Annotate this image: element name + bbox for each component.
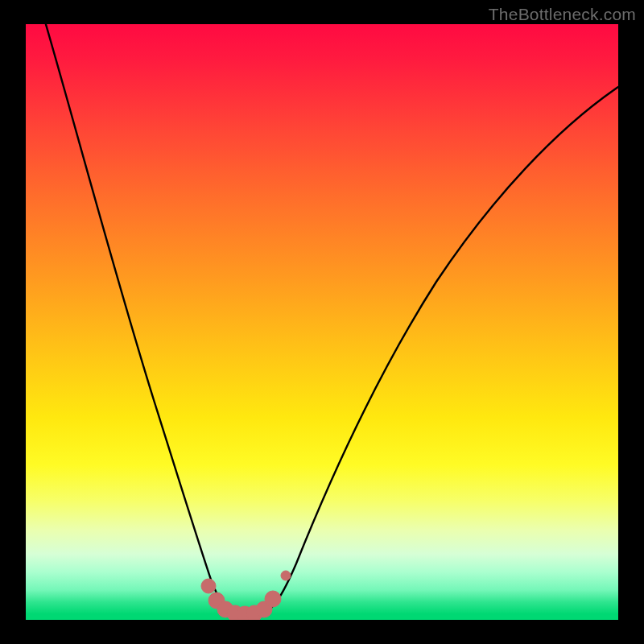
curve-layer: [26, 24, 618, 620]
watermark-text: TheBottleneck.com: [489, 5, 636, 24]
svg-point-0: [201, 579, 216, 593]
bottleneck-curve: [43, 24, 618, 615]
plot-area: [26, 24, 618, 620]
marker-band: [201, 571, 291, 620]
svg-point-8: [281, 571, 291, 580]
chart-frame: TheBottleneck.com: [0, 0, 644, 644]
svg-point-7: [265, 591, 281, 607]
